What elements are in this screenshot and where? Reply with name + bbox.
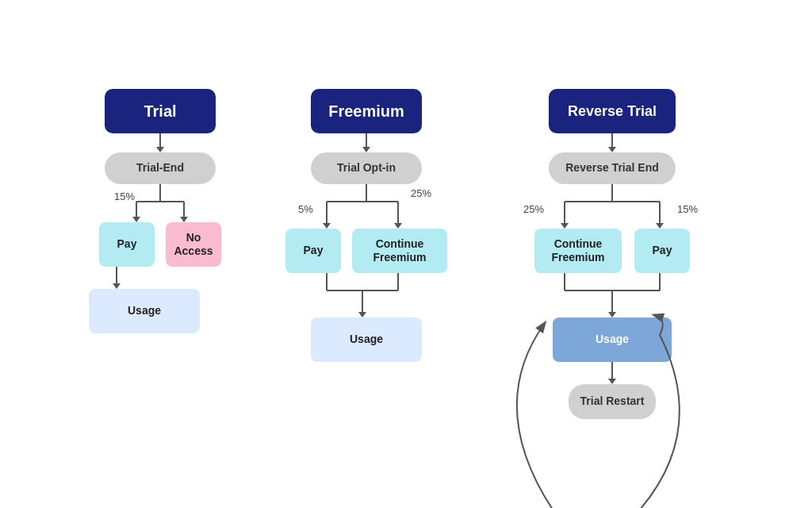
freemium-continue-box: Continue Freemium [352, 229, 447, 273]
svg-marker-11 [362, 147, 370, 152]
reverse-trial-column: Reverse Trial Reverse Trial End 25% 15% … [501, 89, 723, 419]
svg-marker-24 [608, 147, 616, 152]
rt-options-row: Continue Freemium Pay [517, 229, 707, 273]
trial-usage-box: Usage [89, 289, 200, 333]
freemium-options-row: Pay Continue Freemium [285, 229, 447, 273]
svg-marker-28 [561, 223, 569, 229]
rt-pay-box: Pay [634, 229, 690, 273]
svg-marker-1 [156, 147, 164, 152]
diagram-container: Trial Trial-End 15% Pay No Access [0, 65, 812, 443]
svg-marker-7 [180, 217, 188, 222]
trial-no-access-box: No Access [166, 222, 221, 267]
reverse-trial-title: Reverse Trial [549, 89, 676, 133]
svg-marker-35 [608, 312, 616, 318]
rt-pct-pay: 15% [677, 203, 698, 215]
trial-pay-row: Pay No Access [99, 222, 221, 267]
svg-marker-17 [394, 223, 402, 229]
svg-marker-9 [113, 283, 121, 289]
svg-marker-5 [132, 217, 140, 222]
trial-pct-label: 15% [114, 190, 135, 202]
trial-column: Trial Trial-End 15% Pay No Access [89, 89, 232, 333]
freemium-pay-box: Pay [285, 229, 341, 273]
svg-marker-22 [358, 312, 366, 318]
reverse-trial-end-box: Reverse Trial End [549, 152, 676, 184]
svg-marker-30 [656, 223, 664, 229]
svg-marker-15 [323, 223, 331, 229]
rt-trial-restart-box: Trial Restart [569, 384, 656, 419]
freemium-trial-optin-box: Trial Opt-in [311, 152, 422, 184]
rt-pct-continue: 25% [523, 203, 544, 215]
freemium-pct-continue: 25% [411, 187, 431, 199]
trial-end-box: Trial-End [105, 152, 216, 184]
trial-pay-box: Pay [99, 222, 155, 267]
freemium-title: Freemium [311, 89, 422, 133]
svg-marker-37 [608, 379, 616, 384]
freemium-pct-pay: 5% [298, 203, 313, 215]
trial-title: Trial [105, 89, 216, 133]
rt-usage-box: Usage [553, 318, 672, 362]
freemium-usage-box: Usage [311, 318, 422, 362]
rt-continue-box: Continue Freemium [534, 229, 622, 273]
freemium-column: Freemium Trial Opt-in 5% 25% Pay Continu… [279, 89, 454, 362]
